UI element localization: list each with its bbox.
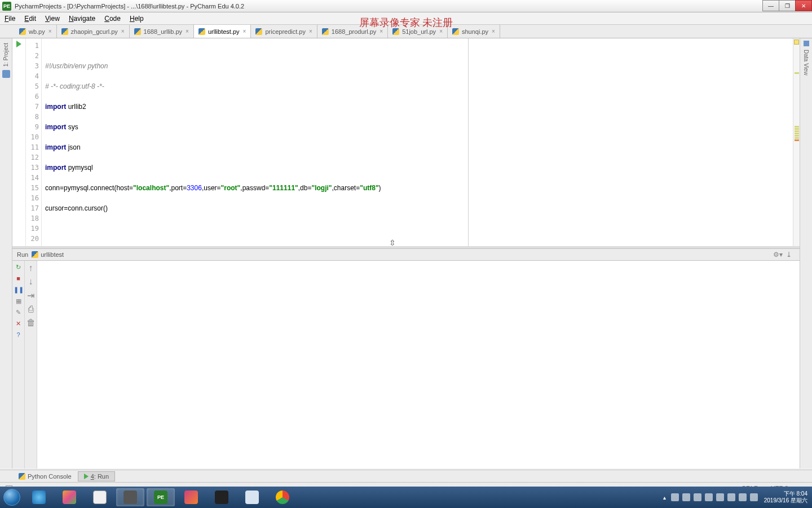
close-icon[interactable]: × — [48, 28, 52, 34]
notepad-icon — [245, 491, 259, 504]
windows-taskbar: PE ▴ 下午 8:04 2019/3/16 星期六 — [0, 487, 812, 508]
editor-tabs: wb.py× zhaopin_gcurl.py× 1688_urllib.py×… — [0, 25, 812, 38]
run-output[interactable] — [37, 261, 800, 468]
wrap-icon[interactable]: ⇥ — [27, 290, 34, 301]
title-bar: PE PycharmProjects - [D:\PycharmProjects… — [0, 0, 812, 12]
taskbar-chrome[interactable] — [268, 488, 297, 506]
taskbar-app1[interactable] — [55, 488, 83, 506]
run-gutter — [12, 38, 26, 246]
down-icon[interactable]: ↓ — [29, 277, 33, 287]
hide-icon[interactable]: ⤓ — [786, 251, 792, 259]
tab-zhaopin[interactable]: zhaopin_gcurl.py× — [57, 25, 130, 38]
close-button[interactable]: ✕ — [795, 0, 812, 11]
menu-file[interactable]: File — [0, 15, 20, 23]
taskbar-cmd[interactable] — [208, 488, 236, 506]
code-text: "111111" — [269, 184, 298, 192]
clear-icon[interactable]: 🗑 — [27, 318, 36, 328]
close-icon[interactable]: ✕ — [15, 319, 23, 327]
menu-code[interactable]: Code — [100, 15, 125, 23]
code-text: ,port= — [169, 184, 187, 192]
taskbar-ie[interactable] — [25, 488, 53, 506]
taskbar-recorder[interactable] — [116, 488, 144, 506]
structure-icon[interactable] — [2, 70, 10, 78]
taskbar-app2[interactable] — [86, 488, 114, 506]
tab-1688urllib[interactable]: 1688_urllib.py× — [130, 25, 194, 38]
code-area[interactable]: #!/usr/bin/env python # -*- coding:utf-8… — [42, 38, 800, 246]
right-tool-strip: Data View — [800, 38, 812, 468]
tray-icon[interactable] — [671, 493, 679, 501]
dataview-button[interactable]: Data View — [803, 50, 809, 75]
code-text: import — [45, 123, 66, 131]
code-text: cursor=conn.cursor() — [45, 204, 108, 212]
help-icon[interactable]: ? — [15, 331, 23, 339]
code-text: # -*- coding:utf-8 -*- — [45, 82, 104, 90]
tab-label: zhaopin_gcurl.py — [71, 28, 118, 35]
taskbar-clock[interactable]: 下午 8:04 2019/3/16 星期六 — [764, 491, 807, 504]
tray-icon[interactable] — [682, 493, 690, 501]
error-stripe — [793, 38, 800, 246]
pause-icon[interactable]: ❚❚ — [15, 286, 23, 294]
close-icon[interactable]: × — [439, 28, 443, 34]
tab-label: 1688_produrl.py — [332, 28, 377, 35]
code-text: import — [45, 103, 66, 111]
code-editor[interactable]: 123456789101112131415161718192021 #!/usr… — [12, 38, 800, 246]
tab-pricepredict[interactable]: pricepredict.py× — [251, 25, 317, 38]
pin-icon[interactable]: ✎ — [15, 308, 23, 316]
menu-edit[interactable]: Edit — [20, 15, 41, 23]
dataview-icon[interactable] — [804, 41, 809, 46]
volume-icon[interactable] — [750, 493, 758, 501]
close-icon[interactable]: × — [309, 28, 312, 34]
python-icon — [19, 473, 25, 480]
tab-urllibtest[interactable]: urllibtest.py× — [194, 25, 251, 38]
run-label: Run — [17, 251, 28, 258]
project-tool-button[interactable]: 1: Project — [3, 43, 9, 67]
tray-icon[interactable] — [694, 493, 701, 501]
python-icon — [392, 28, 399, 35]
minimize-button[interactable]: — — [762, 0, 779, 11]
close-icon[interactable]: × — [492, 28, 495, 34]
up-icon[interactable]: ↑ — [29, 263, 33, 273]
splitter[interactable]: ⇳ — [12, 246, 800, 248]
tray-icon[interactable] — [716, 493, 724, 501]
menu-help[interactable]: Help — [125, 15, 148, 23]
tray-icon[interactable] — [727, 493, 735, 501]
python-icon — [61, 28, 68, 35]
tab-shunqi[interactable]: shunqi.py× — [448, 25, 500, 38]
menu-navigate[interactable]: Navigate — [64, 15, 100, 23]
close-icon[interactable]: × — [379, 28, 383, 34]
tab-1688produrl[interactable]: 1688_produrl.py× — [317, 25, 388, 38]
column-guide — [468, 38, 469, 246]
tab-51joburl[interactable]: 51job_url.py× — [388, 25, 448, 38]
run-arrow-icon[interactable] — [16, 41, 21, 47]
taskbar-pycharm[interactable]: PE — [147, 488, 175, 506]
print-icon[interactable]: ⎙ — [28, 304, 34, 314]
taskbar-notepad[interactable] — [238, 488, 266, 506]
rerun-icon[interactable]: ↻ — [15, 263, 23, 271]
clock-date: 2019/3/16 星期六 — [764, 497, 807, 504]
tray-icon[interactable] — [739, 493, 747, 501]
tray-chevron-icon[interactable]: ▴ — [663, 494, 666, 501]
python-icon — [322, 28, 329, 35]
analysis-status-icon[interactable] — [794, 40, 799, 45]
menu-view[interactable]: View — [41, 15, 64, 23]
run-icon — [84, 474, 89, 479]
maximize-button[interactable]: ❐ — [779, 0, 796, 11]
bottom-tool-tabs: Python Console 4: Run — [0, 470, 812, 482]
close-icon[interactable]: × — [186, 28, 189, 34]
run-tab[interactable]: 4: Run — [78, 471, 115, 481]
run-panel-header: Run urllibtest ⚙▾ ⤓ — [12, 248, 800, 261]
python-console-tab[interactable]: Python Console — [12, 471, 78, 481]
stop-icon[interactable]: ■ — [15, 274, 23, 282]
app-icon — [93, 491, 107, 504]
close-icon[interactable]: × — [243, 28, 246, 34]
code-text: ) — [379, 184, 381, 192]
tab-wb[interactable]: wb.py× — [15, 25, 57, 38]
taskbar-idea[interactable] — [177, 488, 205, 506]
code-text: import — [45, 164, 66, 172]
tab-label: urllibtest.py — [208, 28, 240, 35]
layout-icon[interactable]: ▦ — [15, 297, 23, 305]
close-icon[interactable]: × — [121, 28, 125, 34]
gear-icon[interactable]: ⚙▾ — [773, 251, 783, 259]
start-button[interactable] — [0, 487, 24, 508]
tray-icon[interactable] — [705, 493, 713, 501]
